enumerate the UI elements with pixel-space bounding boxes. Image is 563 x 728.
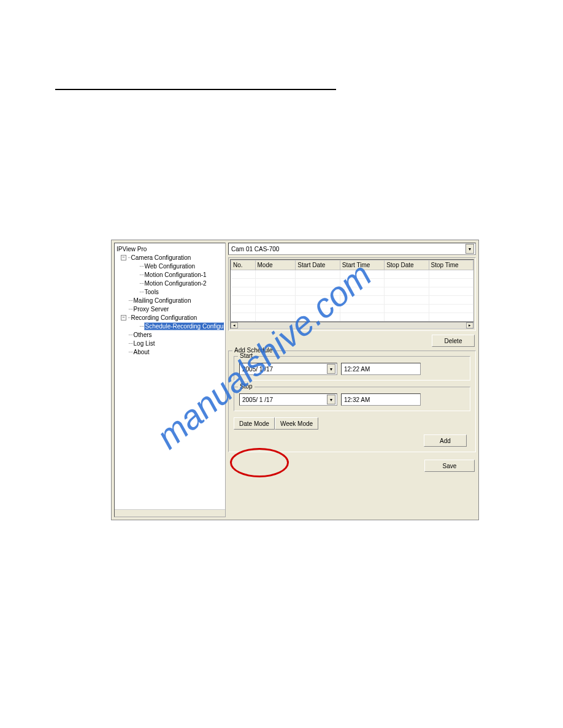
content-panel: Cam 01 CAS-700 ▾ No. Mode Start Date Sta…	[228, 243, 476, 517]
tree-item-schedule[interactable]: ····· Schedule-Recording Configur	[116, 322, 224, 330]
stop-date-value: 2005/ 1 /17	[242, 396, 273, 403]
tree-item-camera[interactable]: − ··· Camera Configuration	[116, 253, 224, 262]
save-button[interactable]: Save	[424, 460, 475, 472]
start-date-input[interactable]: 2005/ 1 /17 ▾	[239, 363, 337, 375]
table-row	[231, 279, 473, 287]
tree-panel: IPView Pro − ··· Camera Configuration ··…	[114, 243, 226, 517]
tree-label-proxy: Proxy Server	[133, 306, 170, 313]
tree-label-loglist: Log List	[133, 340, 156, 347]
table-row	[231, 313, 473, 322]
stop-date-input[interactable]: 2005/ 1 /17 ▾	[239, 393, 337, 406]
dropdown-icon[interactable]: ▾	[327, 364, 335, 374]
tab-date-mode[interactable]: Date Mode	[234, 417, 275, 430]
mode-tabs: Date Mode Week Mode	[234, 417, 470, 430]
tree-item-proxy[interactable]: ····· Proxy Server	[116, 305, 224, 313]
stop-group: Stop 2005/ 1 /17 ▾ 12:32 AM	[234, 387, 470, 411]
grid-header-row: No. Mode Start Date Start Time Stop Date…	[231, 260, 473, 270]
tab-week-mode[interactable]: Week Mode	[275, 417, 318, 430]
tree-label-schedule: Schedule-Recording Configur	[144, 322, 224, 330]
tree-item-others[interactable]: ····· Others	[116, 330, 224, 339]
tree-item-tools[interactable]: ····· Tools	[116, 287, 224, 296]
tree-item-recording[interactable]: − ··· Recording Configuration	[116, 313, 224, 322]
add-schedule-group: Add Schedule Start 2005/ 1 /17 ▾ 12:22 A…	[228, 351, 476, 452]
tree-item-mailing[interactable]: ····· Mailing Configuration	[116, 296, 224, 305]
start-group: Start 2005/ 1 /17 ▾ 12:22 AM	[234, 356, 470, 381]
dropdown-icon[interactable]: ▾	[465, 244, 474, 254]
tree-label-motion1: Motion Configuration-1	[144, 271, 207, 278]
start-time-value: 12:22 AM	[344, 366, 370, 373]
start-time-input[interactable]: 12:22 AM	[341, 363, 421, 375]
scroll-right-icon[interactable]: ▸	[466, 322, 473, 328]
stop-label: Stop	[238, 383, 255, 390]
collapse-icon[interactable]: −	[121, 315, 126, 320]
scroll-left-icon[interactable]: ◂	[231, 322, 238, 328]
save-row: Save	[228, 460, 476, 472]
tree-scrollbar[interactable]	[115, 509, 225, 517]
tree-label-web: Web Configuration	[144, 263, 196, 270]
add-row: Add	[234, 434, 470, 447]
start-date-value: 2005/ 1 /17	[242, 366, 273, 373]
grid-header[interactable]: Stop Date	[385, 260, 429, 270]
grid-scrollbar[interactable]: ◂ ▸	[230, 322, 474, 329]
tree-item-motion2[interactable]: ····· Motion Configuration-2	[116, 279, 224, 287]
config-window: IPView Pro − ··· Camera Configuration ··…	[111, 240, 479, 520]
tree-item-motion1[interactable]: ····· Motion Configuration-1	[116, 270, 224, 279]
dropdown-icon[interactable]: ▾	[327, 395, 335, 404]
start-label: Start	[238, 352, 255, 359]
grid-header[interactable]: Start Time	[340, 260, 384, 270]
camera-select[interactable]: Cam 01 CAS-700 ▾	[228, 243, 476, 255]
grid-header[interactable]: Start Date	[296, 260, 340, 270]
tree-content: IPView Pro − ··· Camera Configuration ··…	[116, 245, 224, 509]
camera-select-value: Cam 01 CAS-700	[231, 246, 279, 252]
tree-label-mailing: Mailing Configuration	[133, 297, 192, 304]
delete-row: Delete	[228, 333, 476, 347]
grid-header[interactable]: Stop Time	[429, 260, 473, 270]
grid-header[interactable]: Mode	[255, 260, 296, 270]
tree-label-camera: Camera Configuration	[131, 254, 192, 261]
stop-time-value: 12:32 AM	[344, 396, 370, 403]
tree-root[interactable]: IPView Pro	[116, 245, 224, 253]
tree-label-recording: Recording Configuration	[131, 314, 198, 321]
tree-label-root: IPView Pro	[116, 246, 147, 252]
schedule-grid-container: No. Mode Start Date Start Time Stop Date…	[228, 257, 476, 331]
tree-label-motion2: Motion Configuration-2	[144, 280, 207, 287]
tree-item-loglist[interactable]: ····· Log List	[116, 339, 224, 347]
table-row	[231, 305, 473, 313]
collapse-icon[interactable]: −	[121, 255, 126, 260]
table-row	[231, 287, 473, 296]
divider-line	[55, 89, 336, 90]
table-row	[231, 296, 473, 305]
schedule-grid[interactable]: No. Mode Start Date Start Time Stop Date…	[230, 259, 474, 322]
table-row	[231, 270, 473, 279]
delete-button[interactable]: Delete	[432, 335, 475, 347]
add-button[interactable]: Add	[424, 434, 467, 447]
stop-time-input[interactable]: 12:32 AM	[341, 393, 421, 406]
tree-label-about: About	[133, 349, 150, 355]
tree-item-about[interactable]: ····· About	[116, 347, 224, 356]
tree-item-web[interactable]: ····· Web Configuration	[116, 262, 224, 270]
tree-label-tools: Tools	[144, 289, 159, 295]
grid-header[interactable]: No.	[231, 260, 256, 270]
tree-label-others: Others	[133, 332, 153, 338]
